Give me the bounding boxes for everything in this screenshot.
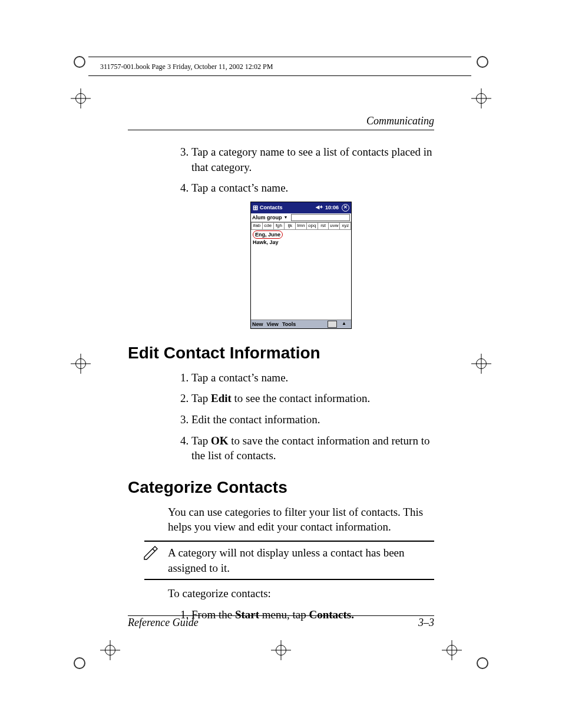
alpha-tab: #ab <box>251 222 263 230</box>
step-list-edit: Tap a contact’s name. Tap Edit to see th… <box>168 370 434 463</box>
step-item: Tap a contact’s name. <box>191 180 434 196</box>
dropdown-icon: ▼ <box>284 215 288 220</box>
crosshair-icon <box>471 88 491 111</box>
pda-menu-item: View <box>267 321 279 328</box>
running-header: Communicating <box>366 115 434 127</box>
body-paragraph: You can use categories to filter your li… <box>168 505 434 535</box>
alpha-tab: xyz <box>340 222 351 230</box>
close-icon: ✕ <box>342 204 349 212</box>
footer-left: Reference Guide <box>128 617 199 629</box>
crosshair-icon <box>71 354 91 377</box>
volume-icon: ◀✦ <box>316 205 323 211</box>
main-content: Tap a category name to see a list of con… <box>168 144 434 628</box>
crop-mark <box>74 657 85 672</box>
pda-title: Contacts <box>260 204 314 211</box>
page-footer: Reference Guide 3–3 <box>128 617 434 629</box>
crosshair-icon <box>442 640 462 663</box>
crop-mark <box>74 56 85 71</box>
pda-contact-selected: Eng, June <box>253 230 283 239</box>
pda-category-bar: Alum group ▼ <box>251 213 351 222</box>
crop-mark <box>477 657 488 672</box>
note-text: A category will not display unless a con… <box>168 546 405 574</box>
footer-rule <box>128 615 434 616</box>
step-item: Tap a contact’s name. <box>191 370 434 386</box>
alpha-tab: rst <box>318 222 329 230</box>
section-heading-categorize: Categorize Contacts <box>128 476 434 499</box>
step-item: Tap OK to save the contact information a… <box>191 433 434 463</box>
up-arrow-icon: ▲ <box>342 321 346 327</box>
pda-menu-item: Tools <box>282 321 296 328</box>
pda-group-label: Alum group <box>252 214 282 221</box>
book-header-text: 311757-001.book Page 3 Friday, October 1… <box>100 62 273 71</box>
pda-time: 10:06 <box>325 204 339 211</box>
alpha-tab: ijk <box>285 222 296 230</box>
crop-mark <box>477 56 488 71</box>
step-item: Tap Edit to see the contact information. <box>191 391 434 406</box>
step-list-top: Tap a category name to see a list of con… <box>168 144 434 196</box>
step-item: Tap a category name to see a list of con… <box>191 144 434 174</box>
alpha-tab: opq <box>307 222 318 230</box>
header-rule <box>88 75 471 76</box>
pda-alpha-tabs: #ab cde fgh ijk lmn opq rst uvw xyz <box>251 222 351 230</box>
crosshair-icon <box>271 640 291 663</box>
note-box: A category will not display unless a con… <box>144 541 434 580</box>
keyboard-icon <box>328 321 337 328</box>
footer-right: 3–3 <box>418 617 434 629</box>
pda-menu-item: New <box>252 321 263 328</box>
step-item: Edit the contact information. <box>191 412 434 427</box>
alpha-tab: lmn <box>296 222 307 230</box>
running-header-rule <box>128 130 434 130</box>
section-heading-edit: Edit Contact Information <box>128 342 434 364</box>
alpha-tab: uvw <box>329 222 340 230</box>
pda-titlebar: ⊞ Contacts ◀✦ 10:06 ✕ <box>251 202 351 213</box>
alpha-tab: cde <box>263 222 274 230</box>
lead-in-text: To categorize contacts: <box>168 586 434 601</box>
crosshair-icon <box>100 640 120 663</box>
pda-screenshot: ⊞ Contacts ◀✦ 10:06 ✕ Alum group ▼ #ab c… <box>250 202 352 329</box>
start-flag-icon: ⊞ <box>253 203 258 212</box>
pencil-icon <box>142 544 160 562</box>
header-rule <box>88 57 471 57</box>
crosshair-icon <box>71 88 91 111</box>
pda-contact-list: Eng, June Hawk, Jay <box>251 230 351 246</box>
crosshair-icon <box>471 354 491 377</box>
alpha-tab: fgh <box>274 222 285 230</box>
pda-search-box <box>291 214 350 221</box>
pda-bottom-menu: New View Tools ▲ <box>251 319 351 328</box>
pda-contact-row: Hawk, Jay <box>253 239 349 246</box>
